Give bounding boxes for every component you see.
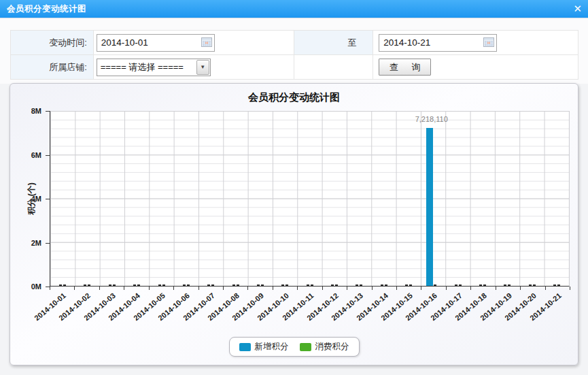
zero-bar-新增积分	[183, 284, 186, 286]
zero-bar-消费积分	[187, 284, 190, 286]
zero-bar-新增积分	[479, 284, 482, 286]
zero-bar-消费积分	[459, 284, 462, 286]
x-tick-mark	[421, 287, 421, 290]
x-tick-mark	[396, 287, 397, 290]
zero-bar-新增积分	[257, 284, 260, 286]
zero-bar-消费积分	[557, 284, 560, 286]
zero-bar-消费积分	[335, 284, 338, 286]
chart-title: 会员积分变动统计图	[10, 91, 578, 104]
zero-bar-消费积分	[311, 284, 313, 286]
search-button[interactable]: 查 询	[379, 59, 431, 76]
zero-bar-消费积分	[137, 284, 140, 286]
chart-legend: 新增积分消费积分	[229, 337, 360, 357]
zero-bar-消费积分	[261, 284, 264, 286]
calendar-icon[interactable]	[201, 37, 212, 49]
legend-label: 消费积分	[315, 341, 349, 353]
x-axis-labels: 2014-10-012014-10-022014-10-032014-10-04…	[50, 287, 570, 341]
x-tick-mark	[545, 287, 546, 290]
y-tick-mark	[46, 287, 50, 287]
zero-bar-新增积分	[133, 284, 136, 286]
zero-bar-新增积分	[405, 284, 408, 286]
legend-item[interactable]: 消费积分	[300, 341, 349, 353]
x-tick-mark	[520, 287, 521, 290]
query-form-section: 变动时间: 2014-10-01 至	[0, 18, 588, 84]
date-range-label: 变动时间:	[11, 31, 94, 55]
zero-bar-新增积分	[232, 284, 235, 286]
y-tick-label: 6M	[31, 151, 41, 159]
y-tick-mark	[46, 243, 50, 244]
x-tick-mark	[322, 287, 323, 290]
date-from-input[interactable]: 2014-10-01	[97, 34, 215, 52]
zero-bar-消费积分	[237, 284, 239, 286]
zero-bar-新增积分	[381, 284, 383, 286]
zero-bar-消费积分	[113, 284, 116, 286]
zero-bar-消费积分	[508, 284, 511, 286]
zero-bar-消费积分	[483, 284, 486, 286]
plot-area: 7,218,110	[50, 111, 570, 287]
zero-bar-新增积分	[207, 284, 210, 286]
zero-bar-新增积分	[84, 284, 86, 286]
zero-bar-消费积分	[434, 284, 436, 286]
legend-swatch	[300, 343, 311, 351]
legend-swatch	[239, 343, 251, 351]
zero-bar-消费积分	[88, 284, 90, 286]
y-axis-labels: 0M2M4M6M8M	[10, 111, 47, 287]
chevron-down-icon[interactable]: ▼	[196, 60, 209, 75]
to-label: 至	[294, 31, 373, 55]
zero-bar-新增积分	[158, 284, 161, 286]
x-tick-mark	[347, 287, 347, 290]
x-tick-mark	[446, 287, 447, 290]
zero-bar-消费积分	[63, 284, 66, 286]
query-form-table: 变动时间: 2014-10-01 至	[10, 30, 578, 80]
zero-bar-消费积分	[409, 284, 412, 286]
x-tick-mark	[372, 287, 373, 290]
zero-bar-消费积分	[533, 284, 536, 286]
zero-bar-新增积分	[455, 284, 457, 286]
y-tick-label: 2M	[31, 239, 41, 247]
x-tick-mark	[124, 287, 124, 290]
x-tick-mark	[50, 287, 50, 290]
calendar-icon[interactable]	[483, 37, 494, 49]
date-to-input[interactable]: 2014-10-21	[379, 34, 497, 52]
x-tick-mark	[223, 287, 224, 290]
form-row-dates: 变动时间: 2014-10-01 至	[11, 31, 578, 55]
shop-select-value: ===== 请选择 =====	[101, 61, 184, 74]
shop-select[interactable]: ===== 请选择 ===== ▼	[97, 59, 211, 76]
bar-value-label: 7,218,110	[415, 115, 448, 123]
chart-panel: 会员积分变动统计图 积分 (个) 0M2M4M6M8M 7,218,110 20…	[10, 83, 578, 365]
zero-bar-新增积分	[59, 284, 62, 286]
zero-bar-消费积分	[162, 284, 165, 286]
zero-bar-新增积分	[331, 284, 334, 286]
zero-bar-消费积分	[286, 284, 288, 286]
zero-bar-新增积分	[504, 284, 506, 286]
zero-bar-消费积分	[385, 284, 387, 286]
x-tick-mark	[149, 287, 150, 290]
legend-item[interactable]: 新增积分	[239, 341, 289, 353]
x-tick-mark	[247, 287, 248, 290]
bar-新增积分[interactable]	[426, 128, 433, 286]
x-tick-mark	[74, 287, 75, 290]
close-icon[interactable]: ✕	[573, 3, 582, 15]
dialog-title: 会员积分变动统计图	[7, 3, 86, 15]
y-tick-mark	[46, 111, 50, 112]
y-tick-mark	[46, 199, 50, 199]
x-tick-mark	[496, 287, 496, 290]
x-tick-mark	[273, 287, 273, 290]
form-row-shop: 所属店铺: ===== 请选择 ===== ▼ 查 询	[11, 55, 578, 80]
x-tick-mark	[173, 287, 174, 290]
x-tick-mark	[99, 287, 100, 290]
zero-bar-消费积分	[360, 284, 362, 286]
zero-bar-新增积分	[553, 284, 556, 286]
dialog-titlebar: 会员积分变动统计图 ✕	[0, 0, 588, 18]
date-to-value: 2014-10-21	[383, 37, 430, 48]
zero-bar-消费积分	[211, 284, 214, 286]
zero-bar-新增积分	[307, 284, 309, 286]
date-from-value: 2014-10-01	[101, 37, 148, 48]
x-tick-mark	[198, 287, 199, 290]
x-tick-mark	[297, 287, 298, 290]
zero-bar-新增积分	[281, 284, 284, 286]
y-tick-label: 0M	[31, 282, 41, 291]
y-tick-label: 8M	[31, 107, 41, 115]
y-tick-mark	[46, 155, 50, 156]
x-tick-mark	[570, 287, 570, 290]
